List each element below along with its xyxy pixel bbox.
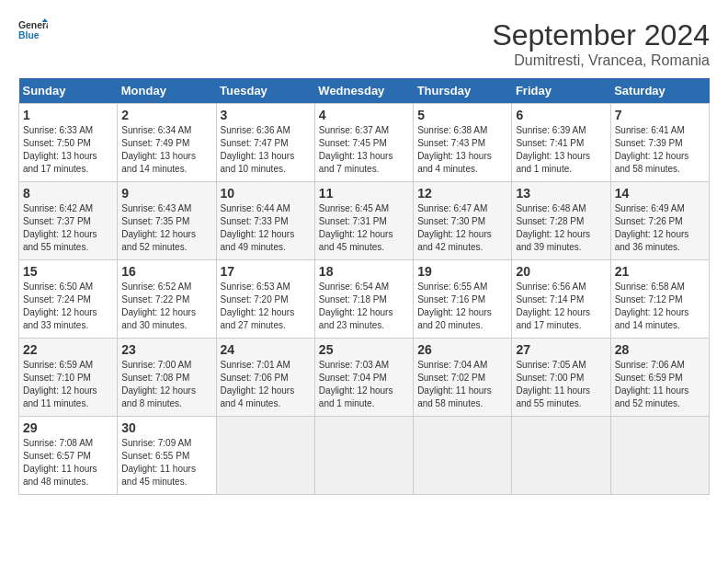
day-info: Sunrise: 6:49 AM Sunset: 7:26 PM Dayligh… [615, 202, 705, 254]
day-number: 25 [319, 342, 409, 357]
day-info: Sunrise: 6:56 AM Sunset: 7:14 PM Dayligh… [516, 281, 606, 332]
calendar-cell: 20Sunrise: 6:56 AM Sunset: 7:14 PM Dayli… [512, 260, 610, 339]
day-info: Sunrise: 7:03 AM Sunset: 7:04 PM Dayligh… [319, 359, 409, 410]
day-number: 28 [615, 342, 705, 357]
calendar-cell: 25Sunrise: 7:03 AM Sunset: 7:04 PM Dayli… [314, 339, 413, 417]
day-info: Sunrise: 6:52 AM Sunset: 7:22 PM Dayligh… [121, 281, 211, 332]
day-number: 14 [615, 186, 705, 201]
calendar-table: SundayMondayTuesdayWednesdayThursdayFrid… [18, 78, 710, 495]
day-info: Sunrise: 6:48 AM Sunset: 7:28 PM Dayligh… [516, 202, 606, 254]
calendar-cell: 16Sunrise: 6:52 AM Sunset: 7:22 PM Dayli… [118, 260, 216, 339]
day-info: Sunrise: 6:43 AM Sunset: 7:35 PM Dayligh… [121, 202, 211, 254]
page-title: September 2024 [492, 18, 710, 52]
day-info: Sunrise: 6:39 AM Sunset: 7:41 PM Dayligh… [516, 124, 606, 176]
logo-icon: General Blue [18, 18, 48, 44]
calendar-cell [610, 417, 709, 495]
day-number: 23 [121, 342, 211, 357]
weekday-header: Monday [118, 78, 216, 104]
day-info: Sunrise: 7:04 AM Sunset: 7:02 PM Dayligh… [417, 359, 507, 410]
calendar-cell: 10Sunrise: 6:44 AM Sunset: 7:33 PM Dayli… [216, 182, 314, 260]
day-info: Sunrise: 6:58 AM Sunset: 7:12 PM Dayligh… [615, 281, 705, 332]
day-number: 13 [516, 186, 606, 201]
calendar-cell: 27Sunrise: 7:05 AM Sunset: 7:00 PM Dayli… [512, 339, 610, 417]
calendar-cell: 14Sunrise: 6:49 AM Sunset: 7:26 PM Dayli… [610, 182, 709, 260]
day-info: Sunrise: 6:34 AM Sunset: 7:49 PM Dayligh… [121, 124, 211, 176]
calendar-cell: 4Sunrise: 6:37 AM Sunset: 7:45 PM Daylig… [314, 104, 413, 182]
weekday-header: Tuesday [216, 78, 314, 104]
svg-text:Blue: Blue [18, 30, 40, 40]
calendar-cell: 29Sunrise: 7:08 AM Sunset: 6:57 PM Dayli… [19, 417, 118, 495]
calendar-cell [414, 417, 512, 495]
calendar-cell: 5Sunrise: 6:38 AM Sunset: 7:43 PM Daylig… [414, 104, 512, 182]
day-number: 16 [121, 264, 211, 279]
day-number: 30 [121, 420, 211, 435]
day-number: 9 [121, 186, 211, 201]
weekday-header: Friday [512, 78, 610, 104]
calendar-cell [216, 417, 314, 495]
day-number: 3 [221, 108, 311, 122]
calendar-cell: 7Sunrise: 6:41 AM Sunset: 7:39 PM Daylig… [610, 104, 709, 182]
calendar-cell: 13Sunrise: 6:48 AM Sunset: 7:28 PM Dayli… [512, 182, 610, 260]
weekday-header: Saturday [610, 78, 709, 104]
calendar-cell: 6Sunrise: 6:39 AM Sunset: 7:41 PM Daylig… [512, 104, 610, 182]
weekday-header: Sunday [19, 78, 118, 104]
day-number: 18 [319, 264, 409, 279]
day-number: 4 [319, 108, 409, 122]
calendar-cell [512, 417, 610, 495]
day-number: 7 [615, 108, 705, 122]
day-info: Sunrise: 7:09 AM Sunset: 6:55 PM Dayligh… [121, 437, 211, 488]
calendar-cell: 17Sunrise: 6:53 AM Sunset: 7:20 PM Dayli… [216, 260, 314, 339]
day-info: Sunrise: 7:00 AM Sunset: 7:08 PM Dayligh… [121, 359, 211, 410]
day-number: 11 [319, 186, 409, 201]
calendar-cell: 2Sunrise: 6:34 AM Sunset: 7:49 PM Daylig… [118, 104, 216, 182]
calendar-cell: 9Sunrise: 6:43 AM Sunset: 7:35 PM Daylig… [118, 182, 216, 260]
day-info: Sunrise: 6:33 AM Sunset: 7:50 PM Dayligh… [23, 124, 113, 176]
weekday-header-row: SundayMondayTuesdayWednesdayThursdayFrid… [19, 78, 710, 104]
day-number: 27 [516, 342, 606, 357]
day-number: 12 [417, 186, 507, 201]
day-info: Sunrise: 6:44 AM Sunset: 7:33 PM Dayligh… [221, 202, 311, 254]
day-number: 6 [516, 108, 606, 122]
day-info: Sunrise: 6:59 AM Sunset: 7:10 PM Dayligh… [23, 359, 113, 410]
day-number: 29 [23, 420, 113, 435]
calendar-cell: 21Sunrise: 6:58 AM Sunset: 7:12 PM Dayli… [610, 260, 709, 339]
day-info: Sunrise: 7:06 AM Sunset: 6:59 PM Dayligh… [615, 359, 705, 410]
calendar-cell: 18Sunrise: 6:54 AM Sunset: 7:18 PM Dayli… [314, 260, 413, 339]
calendar-cell [314, 417, 413, 495]
day-number: 15 [23, 264, 113, 279]
day-number: 5 [417, 108, 507, 122]
day-number: 21 [615, 264, 705, 279]
day-number: 10 [221, 186, 311, 201]
day-number: 8 [23, 186, 113, 201]
day-number: 17 [221, 264, 311, 279]
weekday-header: Thursday [414, 78, 512, 104]
calendar-cell: 1Sunrise: 6:33 AM Sunset: 7:50 PM Daylig… [19, 104, 118, 182]
calendar-week-row: 1Sunrise: 6:33 AM Sunset: 7:50 PM Daylig… [19, 104, 710, 182]
day-info: Sunrise: 6:41 AM Sunset: 7:39 PM Dayligh… [615, 124, 705, 176]
calendar-week-row: 15Sunrise: 6:50 AM Sunset: 7:24 PM Dayli… [19, 260, 710, 339]
calendar-cell: 30Sunrise: 7:09 AM Sunset: 6:55 PM Dayli… [118, 417, 216, 495]
day-number: 2 [121, 108, 211, 122]
calendar-week-row: 29Sunrise: 7:08 AM Sunset: 6:57 PM Dayli… [19, 417, 710, 495]
page-header: General Blue September 2024 Dumitresti, … [18, 18, 710, 69]
day-info: Sunrise: 7:01 AM Sunset: 7:06 PM Dayligh… [221, 359, 311, 410]
calendar-cell: 26Sunrise: 7:04 AM Sunset: 7:02 PM Dayli… [414, 339, 512, 417]
day-info: Sunrise: 6:42 AM Sunset: 7:37 PM Dayligh… [23, 202, 113, 254]
calendar-cell: 15Sunrise: 6:50 AM Sunset: 7:24 PM Dayli… [19, 260, 118, 339]
calendar-cell: 11Sunrise: 6:45 AM Sunset: 7:31 PM Dayli… [314, 182, 413, 260]
day-info: Sunrise: 6:45 AM Sunset: 7:31 PM Dayligh… [319, 202, 409, 254]
day-number: 26 [417, 342, 507, 357]
calendar-cell: 22Sunrise: 6:59 AM Sunset: 7:10 PM Dayli… [19, 339, 118, 417]
day-number: 1 [23, 108, 113, 122]
calendar-week-row: 8Sunrise: 6:42 AM Sunset: 7:37 PM Daylig… [19, 182, 710, 260]
day-number: 20 [516, 264, 606, 279]
day-info: Sunrise: 6:50 AM Sunset: 7:24 PM Dayligh… [23, 281, 113, 332]
day-number: 24 [221, 342, 311, 357]
calendar-cell: 8Sunrise: 6:42 AM Sunset: 7:37 PM Daylig… [19, 182, 118, 260]
day-info: Sunrise: 6:47 AM Sunset: 7:30 PM Dayligh… [417, 202, 507, 254]
calendar-cell: 28Sunrise: 7:06 AM Sunset: 6:59 PM Dayli… [610, 339, 709, 417]
day-info: Sunrise: 6:53 AM Sunset: 7:20 PM Dayligh… [221, 281, 311, 332]
calendar-week-row: 22Sunrise: 6:59 AM Sunset: 7:10 PM Dayli… [19, 339, 710, 417]
day-info: Sunrise: 7:08 AM Sunset: 6:57 PM Dayligh… [23, 437, 113, 488]
day-info: Sunrise: 6:36 AM Sunset: 7:47 PM Dayligh… [221, 124, 311, 176]
